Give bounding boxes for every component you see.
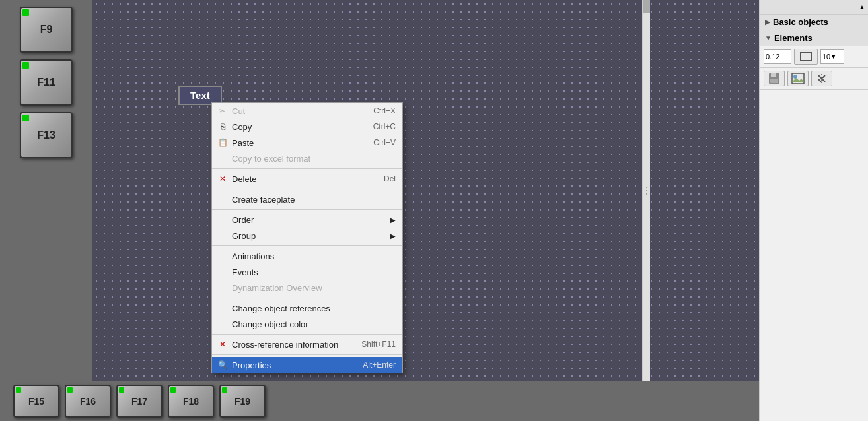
copy-icon: ⎘ xyxy=(217,121,228,132)
ctx-sep5 xyxy=(212,298,402,298)
panel-btn-image[interactable] xyxy=(787,71,809,86)
fkey-f11[interactable]: F11 xyxy=(20,59,73,106)
ctx-sep2 xyxy=(212,189,402,189)
vertical-scrollbar[interactable] xyxy=(642,0,650,381)
toolbar-row-1: 0.12 10 ▼ xyxy=(760,46,868,68)
ctx-sep7 xyxy=(212,354,402,355)
context-menu: ✂ Cut Ctrl+X ⎘ Copy Ctrl+C 📋 Paste Ctrl+… xyxy=(211,102,403,373)
ctx-copy[interactable]: ⎘ Copy Ctrl+C xyxy=(212,119,402,135)
faceplate-icon xyxy=(217,194,228,205)
change-refs-icon xyxy=(217,303,228,313)
group-icon xyxy=(217,230,228,241)
toolbar-row-2 xyxy=(760,68,868,90)
cut-icon: ✂ xyxy=(217,106,228,116)
fkey-f9[interactable]: F9 xyxy=(20,7,73,53)
dropdown-arrow[interactable]: ▼ xyxy=(830,53,836,60)
fkey-f16[interactable]: F16 xyxy=(65,385,111,418)
change-color-icon xyxy=(217,319,228,329)
svg-rect-4 xyxy=(792,73,804,84)
bottom-bar: F15 F16 F17 F18 F19 xyxy=(0,381,759,421)
value-input-1[interactable]: 0.12 xyxy=(764,49,791,64)
panel-header-basic-objects[interactable]: ▶ Basic objects xyxy=(760,15,868,30)
panel-btn-rect[interactable] xyxy=(794,49,818,65)
left-sidebar: F9 F11 F13 xyxy=(0,0,92,421)
value-input-2[interactable]: 10 ▼ xyxy=(820,49,844,64)
fkey-f17[interactable]: F17 xyxy=(116,385,163,418)
expand-arrow-elements: ▼ xyxy=(765,34,772,42)
ctx-dyn-overview[interactable]: Dynamization Overview xyxy=(212,280,402,296)
panel-header-elements[interactable]: ▼ Elements xyxy=(760,30,868,46)
svg-line-9 xyxy=(822,75,825,78)
ctx-sep4 xyxy=(212,245,402,246)
ctx-events[interactable]: Events xyxy=(212,264,402,280)
ctx-sep6 xyxy=(212,334,402,335)
fkey-f13[interactable]: F13 xyxy=(20,112,73,158)
svg-rect-2 xyxy=(771,73,776,77)
ctx-sep1 xyxy=(212,168,402,169)
right-panel: ▲ ▶ Basic objects ▼ Elements 0.12 10 ▼ xyxy=(759,0,868,421)
animations-icon xyxy=(217,251,228,261)
paste-icon: 📋 xyxy=(217,137,228,148)
ctx-animations[interactable]: Animations xyxy=(212,248,402,264)
ctx-change-refs[interactable]: Change object references xyxy=(212,300,402,316)
scroll-arrow-up[interactable]: ▲ xyxy=(760,0,868,15)
ctx-group[interactable]: Group ▶ xyxy=(212,228,402,243)
ctx-paste[interactable]: 📋 Paste Ctrl+V xyxy=(212,135,402,150)
main-area: F9 F11 F13 Text ✂ Cut Ctrl+X ⎘ Copy Ctrl… xyxy=(0,0,759,421)
svg-line-8 xyxy=(818,79,821,82)
cross-ref-icon: ✕ xyxy=(217,339,228,350)
ctx-cut[interactable]: ✂ Cut Ctrl+X xyxy=(212,103,402,119)
dyn-overview-icon xyxy=(217,282,228,293)
fkey-f19[interactable]: F19 xyxy=(219,385,266,418)
order-icon xyxy=(217,214,228,225)
ctx-properties[interactable]: 🔍 Properties Alt+Enter xyxy=(212,357,402,373)
canvas-area[interactable] xyxy=(92,0,759,381)
events-icon xyxy=(217,267,228,277)
ctx-order[interactable]: Order ▶ xyxy=(212,212,402,228)
svg-rect-3 xyxy=(770,79,778,83)
ctx-cross-ref[interactable]: ✕ Cross-reference information Shift+F11 xyxy=(212,337,402,352)
delete-icon: ✕ xyxy=(217,174,228,184)
ctx-copy-excel[interactable]: Copy to excel format xyxy=(212,150,402,166)
expand-arrow-basic: ▶ xyxy=(765,18,770,26)
ctx-change-color[interactable]: Change object color xyxy=(212,316,402,332)
properties-icon: 🔍 xyxy=(217,360,228,370)
copy-excel-icon xyxy=(217,153,228,164)
scrollbar-thumb[interactable] xyxy=(643,0,650,13)
ctx-delete[interactable]: ✕ Delete Del xyxy=(212,171,402,187)
ctx-sep3 xyxy=(212,209,402,210)
svg-marker-6 xyxy=(792,78,804,82)
ctx-create-faceplate[interactable]: Create faceplate xyxy=(212,191,402,207)
fkey-f18[interactable]: F18 xyxy=(168,385,214,418)
svg-rect-0 xyxy=(801,53,811,61)
svg-point-5 xyxy=(793,75,797,79)
panel-btn-settings[interactable] xyxy=(811,71,832,86)
fkey-f15[interactable]: F15 xyxy=(13,385,59,418)
panel-btn-save[interactable] xyxy=(764,71,785,86)
